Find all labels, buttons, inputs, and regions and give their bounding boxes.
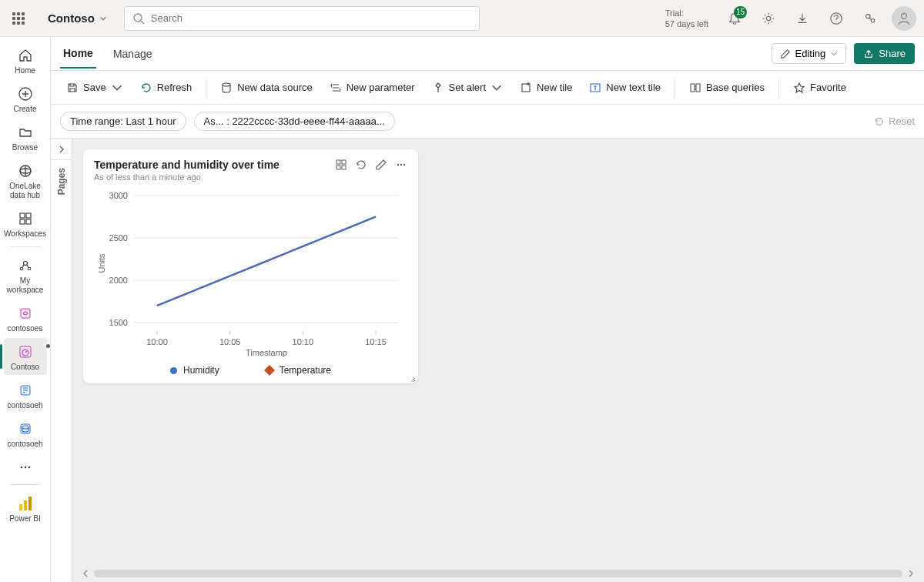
- person-icon: [896, 11, 912, 26]
- svg-text:10:00: 10:00: [146, 337, 168, 346]
- nav-browse[interactable]: Browse: [4, 119, 47, 156]
- help-button[interactable]: [822, 5, 850, 32]
- reset-button[interactable]: Reset: [873, 115, 915, 127]
- svg-rect-12: [20, 213, 25, 218]
- svg-point-18: [28, 267, 31, 270]
- editing-mode-button[interactable]: Editing: [772, 43, 847, 64]
- tile-more-button[interactable]: [395, 159, 407, 173]
- svg-point-2: [766, 16, 770, 20]
- new-text-tile-button[interactable]: New text tile: [583, 78, 667, 98]
- svg-rect-37: [342, 160, 346, 164]
- svg-point-4: [835, 21, 836, 22]
- save-label: Save: [83, 82, 106, 93]
- svg-rect-15: [26, 219, 31, 224]
- scroll-left-icon[interactable]: [82, 570, 89, 577]
- nav-separator: [10, 484, 41, 485]
- svg-text:1500: 1500: [109, 318, 128, 327]
- download-button[interactable]: [788, 5, 816, 32]
- nav-rail: Home Create Browse OneLake data hub Work…: [0, 37, 51, 582]
- svg-point-8: [902, 13, 907, 18]
- set-alert-button[interactable]: Set alert: [426, 78, 509, 98]
- resize-handle[interactable]: [408, 373, 416, 381]
- refresh-label: Refresh: [157, 82, 192, 93]
- search-input[interactable]: [151, 12, 471, 24]
- eventstream-icon: [18, 306, 33, 321]
- nav-workspaces[interactable]: Workspaces: [4, 205, 47, 242]
- ntt-label: New text tile: [606, 82, 661, 93]
- legend-temperature: Temperature: [266, 365, 331, 376]
- database-icon: [220, 82, 233, 94]
- base-queries-button[interactable]: Base queries: [683, 78, 771, 98]
- svg-point-31: [223, 83, 230, 86]
- nav-home[interactable]: Home: [4, 42, 47, 79]
- more-icon: [395, 159, 407, 171]
- nav-label: Browse: [12, 143, 38, 152]
- notifications-button[interactable]: 15: [721, 5, 748, 32]
- svg-rect-30: [28, 497, 32, 510]
- nav-powerbi[interactable]: Power BI: [4, 490, 47, 527]
- dashboard-canvas[interactable]: Temperature and humidity over time As of…: [72, 139, 924, 582]
- pages-rail: Pages: [51, 139, 72, 582]
- tile-edit-button[interactable]: [375, 159, 387, 173]
- new-tile-button[interactable]: New tile: [514, 78, 578, 98]
- plus-circle-icon: [18, 86, 33, 102]
- editing-label: Editing: [795, 48, 826, 59]
- account-button[interactable]: [890, 5, 918, 32]
- app-launcher[interactable]: [6, 6, 31, 31]
- pencil-icon: [780, 48, 791, 59]
- share-icon: [863, 48, 874, 59]
- tile-icon: [520, 82, 532, 94]
- legend-diamond-icon: [264, 365, 275, 376]
- horizontal-scrollbar[interactable]: [82, 570, 915, 577]
- text-tile-icon: [589, 82, 601, 94]
- tile-refresh-button[interactable]: [355, 159, 367, 173]
- brand-name: Contoso: [48, 12, 95, 25]
- legend-dot-icon: [170, 367, 177, 374]
- tab-manage[interactable]: Manage: [110, 40, 156, 68]
- chart-legend: Humidity Temperature: [94, 365, 407, 376]
- feedback-button[interactable]: [856, 5, 884, 32]
- share-button[interactable]: Share: [854, 43, 915, 64]
- pages-expand[interactable]: [51, 139, 72, 160]
- alert-icon: [432, 82, 444, 94]
- nav-contoso[interactable]: Contoso: [4, 338, 47, 375]
- settings-button[interactable]: [755, 5, 782, 32]
- svg-point-40: [397, 164, 399, 166]
- chevron-down-icon: [830, 50, 838, 58]
- tab-home[interactable]: Home: [60, 39, 96, 69]
- refresh-button[interactable]: Refresh: [134, 78, 199, 98]
- favorite-button[interactable]: Favorite: [787, 78, 852, 98]
- chart-area: 150020002500300010:0010:0510:1010:15Unit…: [94, 189, 407, 359]
- save-button[interactable]: Save: [60, 78, 129, 98]
- nav-more[interactable]: [4, 453, 47, 480]
- time-range-filter[interactable]: Time range: Last 1 hour: [60, 112, 186, 131]
- svg-text:10:10: 10:10: [293, 337, 314, 346]
- scroll-track[interactable]: [94, 570, 902, 577]
- nav-create[interactable]: Create: [4, 80, 47, 117]
- nav-label: Home: [15, 66, 35, 75]
- chart-tile[interactable]: Temperature and humidity over time As of…: [83, 149, 418, 383]
- tile-explore-button[interactable]: [335, 159, 347, 173]
- new-parameter-button[interactable]: New parameter: [323, 78, 421, 98]
- nav-separator: [10, 246, 41, 247]
- parameter-icon: [330, 82, 342, 94]
- svg-point-6: [871, 18, 875, 22]
- nds-label: New data source: [237, 82, 313, 93]
- nav-contosoeh-1[interactable]: contosoeh: [4, 376, 47, 413]
- asset-filter[interactable]: As... : 2222cccc-33dd-eeee-ff44-aaaaa...: [194, 112, 395, 131]
- svg-text:3000: 3000: [109, 191, 128, 200]
- onelake-icon: [18, 163, 33, 179]
- download-icon: [795, 12, 809, 25]
- search-box[interactable]: [124, 6, 480, 31]
- new-data-source-button[interactable]: New data source: [214, 78, 319, 98]
- svg-text:2500: 2500: [109, 233, 128, 242]
- nav-contosoeh-2[interactable]: contosoeh: [4, 415, 47, 452]
- nav-label: Contoso: [11, 363, 39, 372]
- nav-contosoes[interactable]: contosoes: [4, 299, 47, 336]
- nav-my-workspace[interactable]: My workspace: [4, 252, 47, 298]
- svg-rect-34: [691, 84, 695, 92]
- svg-rect-14: [20, 219, 25, 224]
- scroll-right-icon[interactable]: [907, 570, 915, 577]
- nav-onelake[interactable]: OneLake data hub: [4, 157, 47, 203]
- workspace-selector[interactable]: Contoso: [40, 12, 115, 25]
